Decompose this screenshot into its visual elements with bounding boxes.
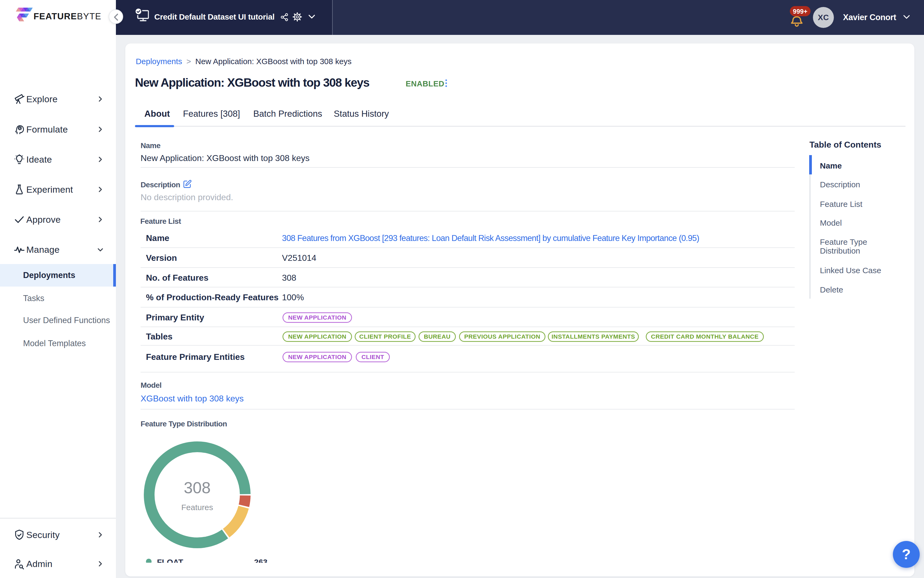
svg-text:999+: 999+: [793, 8, 807, 15]
